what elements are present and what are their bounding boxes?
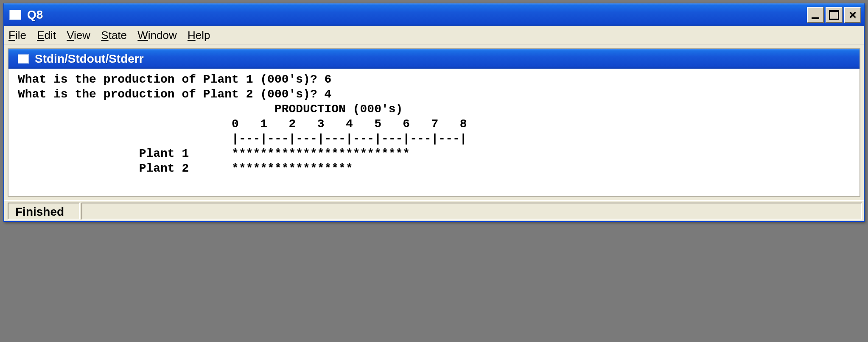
app-icon [9, 10, 21, 20]
window-title: Q8 [27, 8, 43, 22]
status-text: Finished [8, 203, 80, 220]
window-controls: × [807, 7, 861, 23]
main-window: Q8 × File Edit View State Window Help St… [3, 3, 865, 222]
menu-view[interactable]: View [67, 29, 90, 42]
inner-window-title: Stdin/Stdout/Stderr [35, 52, 144, 66]
inner-title-bar[interactable]: Stdin/Stdout/Stderr [8, 49, 860, 69]
title-bar[interactable]: Q8 × [4, 3, 864, 26]
mdi-client: Stdin/Stdout/Stderr What is the producti… [8, 48, 860, 197]
menu-help[interactable]: Help [188, 29, 210, 42]
menu-window[interactable]: Window [137, 29, 176, 42]
minimize-button[interactable] [807, 7, 824, 23]
menu-edit[interactable]: Edit [37, 29, 56, 42]
menu-state[interactable]: State [101, 29, 127, 42]
status-empty [81, 203, 862, 220]
menu-file[interactable]: File [8, 29, 26, 42]
menu-bar: File Edit View State Window Help [4, 26, 864, 45]
inner-app-icon [18, 54, 29, 64]
maximize-button[interactable] [826, 7, 843, 23]
console-output: What is the production of Plant 1 (000's… [8, 69, 860, 196]
status-bar: Finished [4, 200, 864, 221]
close-button[interactable]: × [844, 7, 861, 23]
